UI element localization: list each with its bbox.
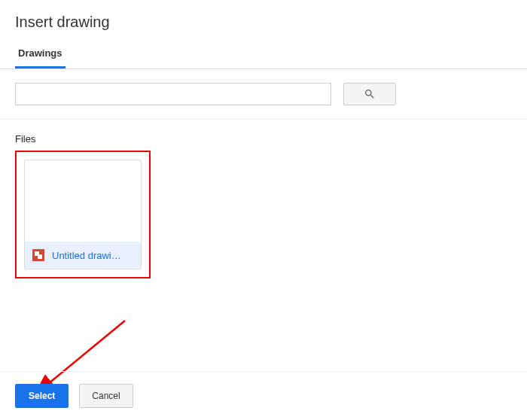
select-button[interactable]: Select (15, 384, 69, 408)
tabs-bar: Drawings (0, 41, 527, 69)
cancel-button[interactable]: Cancel (79, 384, 133, 408)
tab-drawings[interactable]: Drawings (15, 41, 65, 68)
search-row (0, 69, 527, 120)
search-button[interactable] (343, 83, 396, 105)
dialog-footer: Select Cancel (0, 371, 527, 420)
file-thumbnail (25, 160, 141, 242)
file-name: Untitled drawi… (52, 250, 121, 261)
files-area: Untitled drawi… (0, 151, 527, 278)
file-card[interactable]: Untitled drawi… (24, 160, 142, 269)
search-input[interactable] (15, 83, 331, 105)
annotation-highlight: Untitled drawi… (15, 151, 151, 278)
files-section-label: Files (0, 120, 527, 151)
search-icon (364, 88, 376, 100)
file-caption: Untitled drawi… (25, 242, 141, 269)
drawings-icon (32, 249, 44, 261)
dialog-title: Insert drawing (0, 0, 527, 41)
